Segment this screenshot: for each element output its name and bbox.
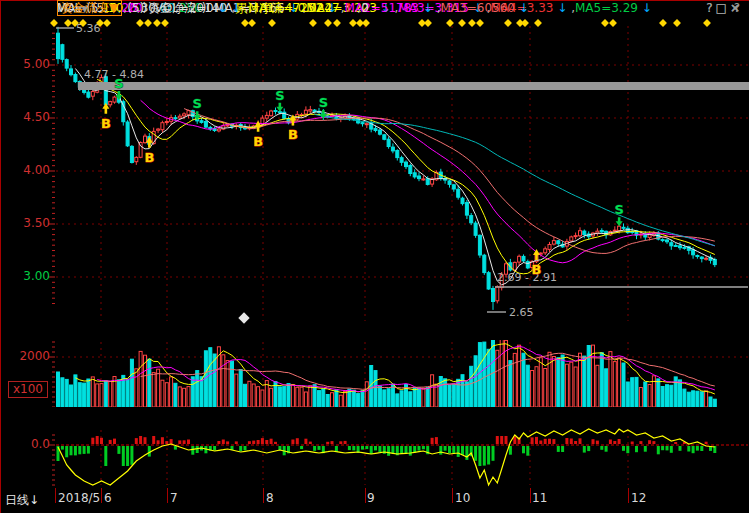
price-annotation: 2.65 [509, 306, 534, 319]
event-diamond-icon [362, 19, 370, 27]
flow-value: 0 [361, 0, 369, 16]
event-diamond-icon [601, 19, 609, 27]
event-diamond-icon [349, 19, 357, 27]
axis-label: 4.00 [2, 163, 50, 177]
event-diamond-icon [468, 19, 476, 27]
sell-arrow-icon [616, 217, 623, 226]
flow-pane-icons: ?□× [706, 0, 743, 16]
event-diamond-icon [659, 19, 667, 27]
event-diamond-icon [324, 19, 332, 27]
legend-value: MA3=60560 [441, 0, 515, 16]
maximize-icon[interactable]: □ [716, 1, 730, 15]
down-arrow-icon: ↓ [553, 0, 567, 16]
period-arrow-icon: ↓ [29, 493, 39, 507]
buy-marker: B [532, 262, 542, 277]
event-diamond-icon [136, 19, 144, 27]
event-diamond-icon [64, 19, 72, 27]
event-diamond-icon [309, 19, 317, 27]
close-icon[interactable]: × [730, 1, 743, 15]
period-selector[interactable]: 日线↓ [5, 492, 39, 509]
price-annotation: 2.69 - 2.91 [497, 271, 557, 284]
buy-marker: B [101, 116, 111, 131]
flow-bars [57, 436, 717, 466]
event-diamond-icon [521, 19, 529, 27]
volume-bars [57, 340, 717, 407]
period-label: 日线 [5, 493, 29, 507]
month-tick [263, 488, 264, 503]
month-label: 10 [455, 491, 470, 505]
month-tick [530, 488, 531, 503]
down-arrow-icon: ↓ [214, 0, 228, 16]
fund-flow-legend: 资金流变▼(5) 资金净流=0 ↓ ,累计净流=-0.0247 ↑ ,0 [57, 0, 369, 16]
legend-text: , [354, 0, 362, 16]
event-diamond-icon [241, 19, 249, 27]
price-range-band [78, 82, 749, 90]
flow-indicator-selector[interactable]: 资金流变▼ [57, 0, 122, 16]
help-icon[interactable]: ? [706, 1, 715, 15]
down-arrow-icon: ↓ [638, 0, 652, 16]
month-label: 2018/5 [58, 491, 100, 505]
sell-marker: S [193, 96, 202, 111]
legend-text: , [228, 0, 236, 16]
month-tick [452, 488, 453, 503]
month-label: 6 [104, 491, 112, 505]
event-diamond-icon [703, 19, 711, 27]
main-candlestick-chart[interactable]: 5.364.77 - 4.842.69 - 2.912.65BSBSBSBSBS [0, 18, 749, 321]
buy-marker: B [288, 127, 298, 142]
axis-label: 4.50 [2, 110, 50, 124]
month-label: 11 [532, 491, 547, 505]
event-diamond-icon [268, 19, 276, 27]
axis-label: 5.00 [2, 57, 50, 71]
price-annotation: 5.36 [76, 22, 101, 35]
sell-marker: S [275, 88, 284, 103]
month-label: 7 [170, 491, 178, 505]
month-label: 12 [631, 491, 646, 505]
month-tick [55, 488, 56, 503]
ma-line-5 [75, 69, 714, 285]
axis-label: 2000 [2, 349, 50, 363]
sell-marker: S [614, 202, 623, 217]
stock-chart-window: MA▼ (5,10,20,30,60,250) MA1=3.166 ↓ ,MA2… [0, 0, 749, 513]
candles [57, 27, 717, 310]
month-tick [628, 488, 629, 503]
fund-flow-chart[interactable] [0, 428, 749, 487]
event-diamond-icon [161, 19, 169, 27]
up-arrow-icon: ↑ [340, 0, 354, 16]
event-diamond-icon [144, 19, 152, 27]
flow-param: (5) [127, 0, 148, 16]
month-label: 9 [367, 491, 375, 505]
axis-label: 3.00 [2, 269, 50, 283]
sell-marker: S [319, 95, 328, 110]
month-tick [167, 488, 168, 503]
flow-value: 累计净流=-0.0247 [235, 0, 339, 16]
ma-line-60 [315, 114, 715, 245]
volume-unit-box: x100 [8, 381, 48, 398]
event-diamond-icon [446, 19, 454, 27]
event-diamond-icon [504, 19, 512, 27]
event-diamond-icon [673, 19, 681, 27]
event-diamond-icon [50, 19, 58, 27]
down-arrow-icon: ↓ [515, 0, 529, 16]
volume-chart[interactable] [0, 340, 749, 407]
axis-label: 0.0 [2, 437, 50, 451]
event-diamond-icon [153, 19, 161, 27]
buy-marker: B [144, 150, 154, 165]
buy-arrow-icon [533, 249, 540, 260]
month-tick [101, 488, 102, 503]
legend-value: MA5=3.29 [575, 0, 638, 16]
event-diamond-icon [248, 19, 256, 27]
sell-marker: S [114, 76, 123, 91]
down-arrow-icon: ↓ [419, 0, 433, 16]
month-tick [365, 488, 366, 503]
event-diamond-icon [103, 19, 111, 27]
event-diamond-icon [458, 19, 466, 27]
event-diamond-icon [534, 19, 542, 27]
month-label: 8 [266, 491, 274, 505]
axis-label: 3.50 [2, 216, 50, 230]
flow-value: 资金净流=0 [148, 0, 214, 16]
buy-marker: B [253, 134, 263, 149]
event-diamond-icon [609, 19, 617, 27]
legend-text: , [433, 0, 441, 16]
event-diamond-icon [476, 19, 484, 27]
event-diamond-icon [333, 19, 341, 27]
